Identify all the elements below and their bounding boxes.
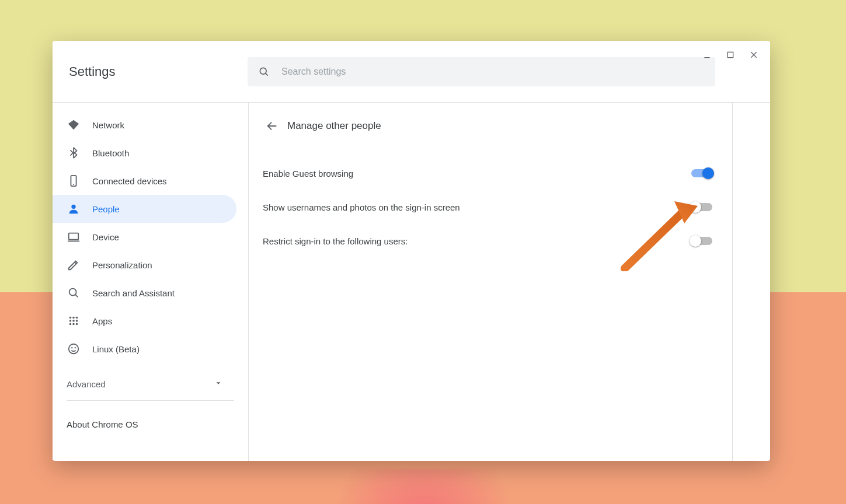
svg-point-24 — [71, 347, 72, 348]
arrow-left-icon — [266, 120, 278, 132]
device-icon — [67, 230, 81, 244]
svg-point-20 — [69, 323, 72, 326]
sidebar-item-network[interactable]: Network — [53, 111, 236, 139]
close-button[interactable] — [748, 49, 760, 61]
sidebar-item-label: People — [92, 204, 120, 214]
personalization-icon — [67, 258, 81, 272]
advanced-label: Advanced — [67, 379, 106, 389]
svg-line-11 — [75, 262, 76, 264]
content-panel: Manage other people Enable Guest browsin… — [249, 103, 733, 461]
window-controls — [693, 43, 768, 66]
svg-point-4 — [260, 68, 266, 74]
sidebar: Network Bluetooth Connected devices Peop… — [53, 103, 249, 461]
svg-point-14 — [69, 317, 72, 319]
sidebar-item-label: Search and Assistant — [92, 288, 175, 298]
apps-icon — [67, 314, 81, 328]
sidebar-item-label: Bluetooth — [92, 148, 129, 158]
setting-restrict-signin: Restrict sign-in to the following users: — [260, 224, 715, 258]
setting-guest-browsing: Enable Guest browsing — [260, 156, 715, 190]
search-bar[interactable] — [248, 57, 715, 86]
network-icon — [67, 118, 81, 132]
search-icon — [258, 66, 270, 78]
svg-line-13 — [75, 295, 78, 297]
svg-rect-1 — [727, 52, 733, 57]
linux-icon — [67, 342, 81, 356]
sidebar-item-label: Network — [92, 120, 124, 130]
bluetooth-icon — [67, 146, 81, 160]
svg-point-16 — [76, 317, 78, 319]
sidebar-about[interactable]: About Chrome OS — [53, 408, 248, 440]
svg-point-22 — [76, 323, 78, 326]
setting-label: Show usernames and photos on the sign-in… — [263, 202, 460, 212]
sidebar-item-label: Connected devices — [92, 176, 167, 186]
settings-window: Settings Network Bluetooth — [53, 41, 770, 461]
sidebar-item-personalization[interactable]: Personalization — [53, 251, 236, 279]
people-icon — [67, 202, 81, 216]
sidebar-item-people[interactable]: People — [53, 195, 236, 223]
svg-point-18 — [72, 320, 75, 322]
svg-rect-9 — [69, 233, 79, 240]
wallpaper-flower — [307, 469, 540, 504]
minimize-icon — [702, 50, 712, 60]
svg-point-8 — [71, 205, 75, 209]
sidebar-item-label: Apps — [92, 316, 112, 326]
maximize-icon — [726, 50, 735, 60]
app-title: Settings — [67, 64, 248, 79]
sidebar-item-label: Linux (Beta) — [92, 344, 140, 354]
svg-point-7 — [73, 184, 74, 185]
toggle-guest-browsing[interactable] — [691, 169, 712, 177]
svg-point-21 — [72, 323, 75, 326]
setting-label: Restrict sign-in to the following users: — [263, 236, 408, 246]
svg-point-19 — [76, 320, 78, 322]
svg-point-23 — [69, 344, 79, 354]
svg-point-17 — [69, 320, 72, 322]
sidebar-item-connected-devices[interactable]: Connected devices — [53, 167, 236, 195]
svg-point-25 — [75, 347, 76, 348]
svg-line-5 — [266, 73, 268, 75]
toggle-restrict-signin[interactable] — [691, 237, 712, 245]
maximize-button[interactable] — [725, 49, 736, 61]
minimize-button[interactable] — [701, 49, 713, 61]
search-assistant-icon — [67, 286, 81, 300]
sidebar-divider — [67, 400, 234, 401]
sidebar-advanced[interactable]: Advanced — [53, 370, 236, 398]
back-button[interactable] — [260, 114, 284, 138]
sidebar-item-bluetooth[interactable]: Bluetooth — [53, 139, 236, 167]
setting-label: Enable Guest browsing — [263, 169, 353, 178]
connected-devices-icon — [67, 174, 81, 188]
setting-show-usernames: Show usernames and photos on the sign-in… — [260, 190, 715, 224]
sidebar-item-linux[interactable]: Linux (Beta) — [53, 335, 236, 363]
page-header: Manage other people — [260, 112, 715, 140]
svg-point-15 — [72, 317, 75, 319]
header: Settings — [53, 41, 770, 103]
sidebar-item-apps[interactable]: Apps — [53, 307, 236, 335]
toggle-show-usernames[interactable] — [691, 203, 712, 211]
sidebar-item-label: Device — [92, 232, 119, 242]
search-input[interactable] — [280, 66, 705, 78]
svg-point-12 — [69, 289, 76, 296]
sidebar-item-search-assistant[interactable]: Search and Assistant — [53, 279, 236, 307]
chevron-down-icon — [214, 379, 222, 389]
sidebar-item-device[interactable]: Device — [53, 223, 236, 251]
page-title: Manage other people — [287, 120, 381, 132]
about-label: About Chrome OS — [67, 419, 138, 429]
sidebar-item-label: Personalization — [92, 260, 152, 270]
close-icon — [749, 50, 758, 60]
settings-body: Network Bluetooth Connected devices Peop… — [53, 103, 770, 461]
